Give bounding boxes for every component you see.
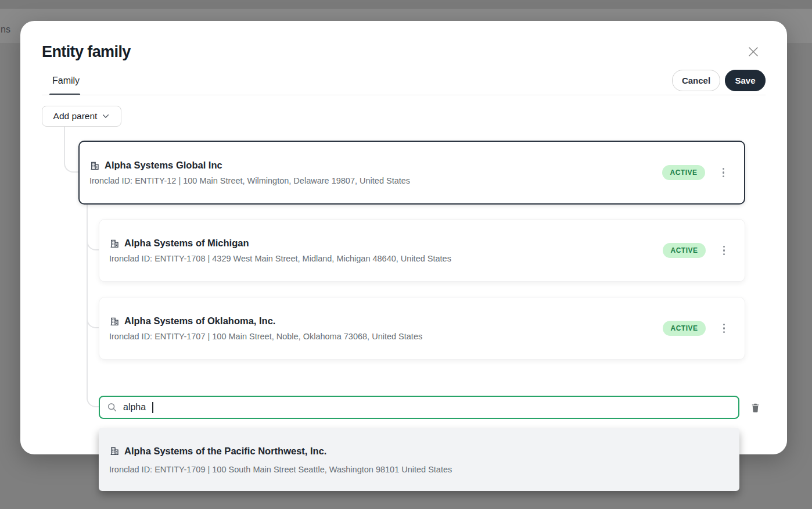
building-icon <box>109 316 120 327</box>
page-title: Entity family <box>42 43 131 61</box>
entity-search-input[interactable]: alpha <box>99 396 739 419</box>
entity-details: Ironclad ID: ENTITY-1708 | 4329 West Mai… <box>109 254 451 263</box>
entity-details: Ironclad ID: ENTITY-1707 | 100 Main Stre… <box>109 332 422 341</box>
tabs-divider <box>42 95 766 95</box>
entity-card-main: Alpha Systems of Michigan Ironclad ID: E… <box>109 238 451 263</box>
entity-details: Ironclad ID: ENTITY-1709 | 100 South Mai… <box>109 465 729 474</box>
status-badge: ACTIVE <box>663 243 705 258</box>
search-suggestion-item[interactable]: Alpha Systems of the Pacific Northwest, … <box>99 428 739 491</box>
status-badge: ACTIVE <box>662 165 705 180</box>
entity-family-modal: Entity family Cancel Save Family Add par… <box>20 21 787 454</box>
entity-card-alpha-systems-global[interactable]: Alpha Systems Global Inc Ironclad ID: EN… <box>78 141 745 205</box>
trash-button[interactable] <box>746 399 764 416</box>
tree-connector <box>64 127 78 173</box>
chevron-down-icon <box>102 112 110 120</box>
entity-card-alpha-systems-oklahoma[interactable]: Alpha Systems of Oklahoma, Inc. Ironclad… <box>99 297 745 360</box>
entity-name: Alpha Systems Global Inc <box>105 160 222 171</box>
entity-name: Alpha Systems of Michigan <box>124 238 249 249</box>
save-button[interactable]: Save <box>725 70 766 91</box>
kebab-menu-icon[interactable] <box>721 243 728 258</box>
kebab-menu-icon[interactable] <box>721 321 728 336</box>
building-icon <box>89 160 100 171</box>
tab-family[interactable]: Family <box>52 76 80 86</box>
close-icon-glyph <box>747 45 760 58</box>
add-parent-button[interactable]: Add parent <box>42 106 121 127</box>
entity-card-main: Alpha Systems of Oklahoma, Inc. Ironclad… <box>109 316 422 341</box>
add-parent-label: Add parent <box>53 111 98 121</box>
close-icon[interactable] <box>746 44 761 59</box>
kebab-menu-icon[interactable] <box>720 166 727 180</box>
tree-connector <box>87 205 99 407</box>
building-icon <box>109 446 120 456</box>
trash-icon <box>750 402 761 413</box>
entity-details: Ironclad ID: ENTITY-12 | 100 Main Street… <box>89 176 410 185</box>
building-icon <box>109 238 120 249</box>
entity-name: Alpha Systems of Oklahoma, Inc. <box>124 316 275 327</box>
search-input-value: alpha <box>123 402 146 413</box>
background-top-strip <box>0 0 812 9</box>
entity-card-alpha-systems-michigan[interactable]: Alpha Systems of Michigan Ironclad ID: E… <box>99 219 745 282</box>
search-icon <box>107 402 117 413</box>
status-badge: ACTIVE <box>663 321 705 336</box>
cancel-button[interactable]: Cancel <box>672 70 720 91</box>
entity-card-main: Alpha Systems Global Inc Ironclad ID: EN… <box>89 160 410 185</box>
background-clipped-text: ns <box>1 24 10 35</box>
entity-name: Alpha Systems of the Pacific Northwest, … <box>124 446 326 457</box>
text-caret <box>152 402 153 413</box>
